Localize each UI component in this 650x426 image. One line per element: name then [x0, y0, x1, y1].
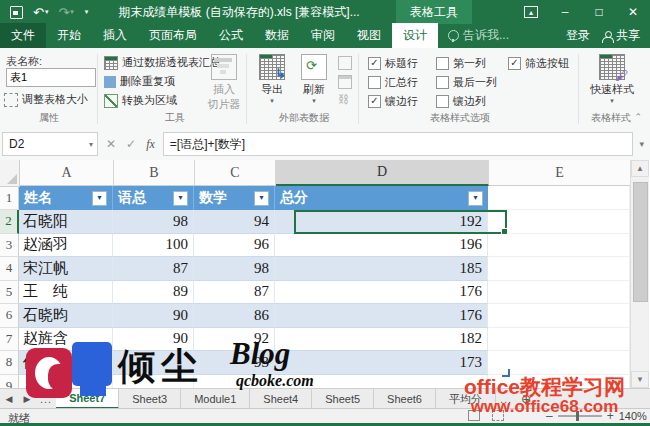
cell-c3[interactable]: 96 — [194, 234, 275, 258]
cell-b7[interactable]: 90 — [113, 328, 194, 352]
maximize-button[interactable]: □ — [582, 0, 616, 24]
zoom-slider[interactable] — [558, 415, 602, 417]
sign-in-link[interactable]: 登录 — [566, 27, 590, 44]
page-break-view-icon[interactable] — [492, 410, 504, 421]
customize-qat-button[interactable]: ▾ — [80, 2, 93, 22]
cell-a5[interactable]: 王 纯 — [19, 281, 113, 305]
tell-me-box[interactable]: 告诉我... — [438, 23, 519, 48]
vertical-scrollbar[interactable]: ▲ ▼ — [630, 160, 649, 388]
column-header-e[interactable]: E — [489, 160, 631, 186]
enter-formula-icon[interactable]: ✓ — [126, 137, 136, 151]
row-header-5[interactable]: 5 — [0, 281, 19, 305]
filter-dropdown-icon[interactable]: ▼ — [92, 191, 107, 206]
checkbox-header-row[interactable]: ✓ 标题行 — [368, 56, 418, 71]
cell-e2[interactable] — [488, 210, 630, 234]
cell-a4[interactable]: 宋江帆 — [19, 257, 113, 281]
tab-review[interactable]: 审阅 — [300, 23, 346, 48]
cell-a3[interactable]: 赵涵羽 — [19, 234, 113, 258]
formula-input[interactable]: =[语总]+[数学] — [163, 132, 634, 156]
row-header-3[interactable]: 3 — [0, 234, 19, 258]
cell-a9[interactable] — [19, 375, 113, 389]
cell-d5[interactable]: 176 — [275, 281, 488, 305]
tab-formulas[interactable]: 公式 — [208, 23, 254, 48]
cell-a8[interactable]: 佳威 — [19, 351, 113, 375]
save-button[interactable] — [6, 2, 27, 22]
row-header-1[interactable]: 1 — [0, 186, 19, 210]
sheet-tab-sheet6[interactable]: Sheet6 — [374, 389, 436, 409]
cell-e5[interactable] — [488, 281, 630, 305]
formula-bar-expand-icon[interactable]: ▾ — [633, 139, 650, 149]
checkbox-total-row[interactable]: 汇总行 — [368, 75, 418, 90]
sheet-tab-sheet5[interactable]: Sheet5 — [312, 389, 374, 409]
column-header-b[interactable]: B — [114, 160, 195, 186]
row-header-6[interactable]: 6 — [0, 304, 19, 328]
scroll-down-icon[interactable]: ▼ — [631, 371, 649, 388]
row-header-8[interactable]: 8 — [0, 351, 19, 375]
cell-e3[interactable] — [488, 234, 630, 258]
checkbox-banded-columns[interactable]: 镶边列 — [436, 94, 486, 109]
redo-dropdown-icon[interactable]: ▾ — [70, 8, 74, 16]
cell-e1[interactable] — [488, 186, 630, 210]
cell-b8[interactable] — [113, 351, 194, 375]
sheet-tab-sheet4[interactable]: Sheet4 — [250, 389, 312, 409]
cell-d9[interactable] — [275, 375, 488, 389]
remove-duplicates-button[interactable]: 删除重复项 — [104, 74, 175, 89]
row-header-2[interactable]: 2 — [0, 210, 19, 234]
undo-dropdown-icon[interactable]: ▾ — [45, 8, 49, 16]
cell-b5[interactable]: 89 — [113, 281, 194, 305]
sheet-nav-right-icon[interactable]: ▶ — [18, 389, 36, 409]
fill-handle[interactable] — [501, 228, 508, 235]
cell-a7[interactable]: 赵旌含 — [19, 328, 113, 352]
cell-c4[interactable]: 98 — [194, 257, 275, 281]
collapse-ribbon-icon[interactable]: ⌃ — [634, 112, 642, 122]
tab-view[interactable]: 视图 — [346, 23, 392, 48]
cell-c5[interactable]: 87 — [194, 281, 275, 305]
context-tab-table-tools[interactable]: 表格工具 — [396, 0, 472, 24]
checkbox-filter-button[interactable]: ✓ 筛选按钮 — [508, 56, 569, 71]
quick-styles-button[interactable]: 🖌 快速样式 ▾ — [586, 54, 638, 105]
zoom-percentage[interactable]: 140% — [619, 410, 647, 422]
table-header-name[interactable]: 姓名 ▼ — [19, 186, 113, 210]
filter-dropdown-icon[interactable]: ▼ — [173, 191, 188, 206]
cell-d6[interactable]: 176 — [275, 304, 488, 328]
minimize-button[interactable]: – — [548, 0, 582, 24]
cell-b3[interactable]: 100 — [113, 234, 194, 258]
sheet-tab-module1[interactable]: Module1 — [181, 389, 250, 409]
checkbox-banded-rows[interactable]: ✓ 镶边行 — [368, 94, 418, 109]
tab-page-layout[interactable]: 页面布局 — [138, 23, 208, 48]
convert-to-range-button[interactable]: 转换为区域 — [104, 93, 177, 108]
cell-c9[interactable] — [194, 375, 275, 389]
new-sheet-icon[interactable]: ⊕ — [516, 389, 536, 409]
tab-design[interactable]: 设计 — [392, 23, 438, 48]
undo-button[interactable]: ↶▾ — [29, 2, 52, 22]
tab-home[interactable]: 开始 — [46, 23, 92, 48]
cell-a6[interactable]: 石晓昀 — [19, 304, 113, 328]
insert-slicer-button[interactable]: 插入 切片器 — [207, 54, 241, 112]
cell-d8[interactable]: 173 — [275, 351, 488, 375]
checkbox-last-column[interactable]: 最后一列 — [436, 75, 497, 90]
refresh-button[interactable]: ⟳ 刷新 ▾ — [296, 54, 332, 105]
cell-b6[interactable]: 90 — [113, 304, 194, 328]
data-range-properties-icon[interactable] — [338, 56, 352, 70]
summarize-with-pivottable-button[interactable]: 通过数据透视表汇总 — [104, 55, 221, 70]
sheet-tab-sheet3[interactable]: Sheet3 — [119, 389, 181, 409]
column-header-c[interactable]: C — [195, 160, 276, 186]
cell-a2[interactable]: 石晓阳 — [19, 210, 113, 234]
cell-c8[interactable]: 93 — [194, 351, 275, 375]
row-header-7[interactable]: 7 — [0, 328, 19, 352]
cancel-formula-icon[interactable]: ✕ — [106, 137, 116, 151]
insert-function-icon[interactable]: fx — [146, 137, 155, 152]
zoom-in-icon[interactable]: + — [607, 409, 614, 423]
sheet-overflow-left[interactable]: ... — [36, 389, 56, 409]
cell-e7[interactable] — [488, 328, 630, 352]
filter-dropdown-icon[interactable]: ▼ — [254, 191, 269, 206]
share-button[interactable]: 共享 — [602, 27, 640, 44]
table-header-total[interactable]: 总分 ▼ — [275, 186, 488, 210]
cell-e6[interactable] — [488, 304, 630, 328]
cell-d4[interactable]: 185 — [275, 257, 488, 281]
page-layout-view-icon[interactable] — [468, 410, 480, 421]
tab-data[interactable]: 数据 — [254, 23, 300, 48]
select-all-corner[interactable] — [0, 160, 20, 187]
cell-b2[interactable]: 98 — [113, 210, 194, 234]
column-header-d-selected[interactable]: D — [276, 160, 489, 186]
